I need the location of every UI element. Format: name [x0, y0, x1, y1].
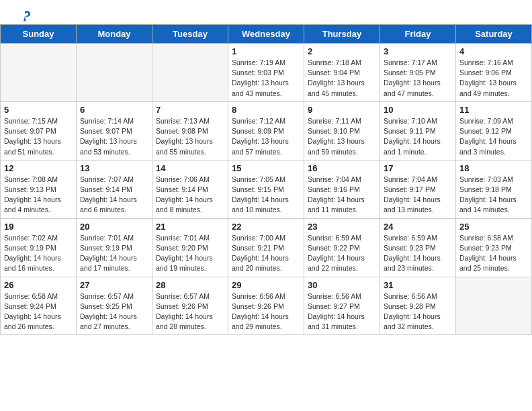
day-number: 8: [232, 105, 300, 115]
day-number: 23: [308, 222, 376, 232]
day-info: Sunrise: 7:00 AM Sunset: 9:21 PM Dayligh…: [232, 233, 300, 274]
day-info: Sunrise: 6:58 AM Sunset: 9:24 PM Dayligh…: [4, 291, 73, 332]
calendar-week-5: 26Sunrise: 6:58 AM Sunset: 9:24 PM Dayli…: [1, 277, 532, 335]
calendar-cell: 31Sunrise: 6:56 AM Sunset: 9:28 PM Dayli…: [380, 277, 456, 335]
calendar-cell: [77, 44, 152, 102]
day-number: 28: [156, 280, 224, 290]
day-info: Sunrise: 6:58 AM Sunset: 9:23 PM Dayligh…: [459, 233, 528, 274]
calendar-cell: 23Sunrise: 6:59 AM Sunset: 9:22 PM Dayli…: [304, 218, 380, 277]
day-info: Sunrise: 7:04 AM Sunset: 9:16 PM Dayligh…: [308, 175, 376, 216]
day-info: Sunrise: 7:05 AM Sunset: 9:15 PM Dayligh…: [232, 175, 300, 216]
calendar-cell: 28Sunrise: 6:57 AM Sunset: 9:26 PM Dayli…: [152, 277, 228, 335]
calendar-cell: 18Sunrise: 7:03 AM Sunset: 9:18 PM Dayli…: [456, 160, 532, 218]
calendar-cell: 25Sunrise: 6:58 AM Sunset: 9:23 PM Dayli…: [456, 218, 532, 277]
day-info: Sunrise: 6:57 AM Sunset: 9:26 PM Dayligh…: [156, 291, 224, 332]
day-info: Sunrise: 7:08 AM Sunset: 9:13 PM Dayligh…: [4, 175, 73, 216]
calendar-cell: 1Sunrise: 7:19 AM Sunset: 9:03 PM Daylig…: [228, 44, 304, 102]
day-number: 6: [80, 105, 148, 115]
calendar-cell: 5Sunrise: 7:15 AM Sunset: 9:07 PM Daylig…: [1, 101, 77, 160]
calendar-week-3: 12Sunrise: 7:08 AM Sunset: 9:13 PM Dayli…: [1, 160, 532, 218]
logo-bird-icon: [17, 9, 32, 24]
calendar-cell: 14Sunrise: 7:06 AM Sunset: 9:14 PM Dayli…: [152, 160, 228, 218]
calendar-week-2: 5Sunrise: 7:15 AM Sunset: 9:07 PM Daylig…: [1, 101, 532, 160]
calendar-week-4: 19Sunrise: 7:02 AM Sunset: 9:19 PM Dayli…: [1, 218, 532, 277]
day-number: 9: [308, 105, 376, 115]
day-number: 7: [156, 105, 224, 115]
calendar-cell: 26Sunrise: 6:58 AM Sunset: 9:24 PM Dayli…: [1, 277, 77, 335]
day-info: Sunrise: 7:02 AM Sunset: 9:19 PM Dayligh…: [4, 233, 73, 274]
weekday-header-tuesday: Tuesday: [152, 25, 228, 44]
weekday-header-thursday: Thursday: [304, 25, 380, 44]
day-number: 5: [4, 105, 73, 115]
day-number: 21: [156, 222, 224, 232]
day-number: 14: [156, 163, 224, 173]
day-number: 30: [308, 280, 376, 290]
day-info: Sunrise: 7:16 AM Sunset: 9:06 PM Dayligh…: [459, 58, 528, 99]
weekday-header-sunday: Sunday: [1, 25, 77, 44]
calendar-cell: 12Sunrise: 7:08 AM Sunset: 9:13 PM Dayli…: [1, 160, 77, 218]
page-header: [0, 0, 532, 24]
calendar-cell: [152, 44, 228, 102]
day-info: Sunrise: 6:57 AM Sunset: 9:25 PM Dayligh…: [80, 291, 148, 332]
calendar-cell: 30Sunrise: 6:56 AM Sunset: 9:27 PM Dayli…: [304, 277, 380, 335]
calendar-cell: 20Sunrise: 7:01 AM Sunset: 9:19 PM Dayli…: [77, 218, 152, 277]
day-number: 15: [232, 163, 300, 173]
day-info: Sunrise: 7:18 AM Sunset: 9:04 PM Dayligh…: [308, 58, 376, 99]
day-number: 17: [384, 163, 452, 173]
day-number: 2: [308, 46, 376, 56]
weekday-header-saturday: Saturday: [456, 25, 532, 44]
day-info: Sunrise: 7:12 AM Sunset: 9:09 PM Dayligh…: [232, 116, 300, 157]
day-number: 18: [459, 163, 528, 173]
calendar-cell: 2Sunrise: 7:18 AM Sunset: 9:04 PM Daylig…: [304, 44, 380, 102]
calendar-cell: 7Sunrise: 7:13 AM Sunset: 9:08 PM Daylig…: [152, 101, 228, 160]
day-number: 13: [80, 163, 148, 173]
calendar-table: SundayMondayTuesdayWednesdayThursdayFrid…: [0, 24, 532, 335]
calendar-cell: 9Sunrise: 7:11 AM Sunset: 9:10 PM Daylig…: [304, 101, 380, 160]
day-info: Sunrise: 7:04 AM Sunset: 9:17 PM Dayligh…: [384, 175, 452, 216]
calendar-cell: 19Sunrise: 7:02 AM Sunset: 9:19 PM Dayli…: [1, 218, 77, 277]
calendar-cell: 15Sunrise: 7:05 AM Sunset: 9:15 PM Dayli…: [228, 160, 304, 218]
day-number: 19: [4, 222, 73, 232]
day-info: Sunrise: 6:56 AM Sunset: 9:28 PM Dayligh…: [384, 291, 452, 332]
weekday-header-monday: Monday: [77, 25, 152, 44]
day-info: Sunrise: 6:56 AM Sunset: 9:27 PM Dayligh…: [308, 291, 376, 332]
calendar-cell: 6Sunrise: 7:14 AM Sunset: 9:07 PM Daylig…: [77, 101, 152, 160]
day-number: 26: [4, 280, 73, 290]
calendar-cell: 3Sunrise: 7:17 AM Sunset: 9:05 PM Daylig…: [380, 44, 456, 102]
day-info: Sunrise: 7:17 AM Sunset: 9:05 PM Dayligh…: [384, 58, 452, 99]
day-number: 1: [232, 46, 300, 56]
day-info: Sunrise: 6:56 AM Sunset: 9:26 PM Dayligh…: [232, 291, 300, 332]
calendar-cell: 4Sunrise: 7:16 AM Sunset: 9:06 PM Daylig…: [456, 44, 532, 102]
day-number: 27: [80, 280, 148, 290]
calendar-cell: 8Sunrise: 7:12 AM Sunset: 9:09 PM Daylig…: [228, 101, 304, 160]
day-info: Sunrise: 7:06 AM Sunset: 9:14 PM Dayligh…: [156, 175, 224, 216]
day-info: Sunrise: 7:03 AM Sunset: 9:18 PM Dayligh…: [459, 175, 528, 216]
day-info: Sunrise: 7:19 AM Sunset: 9:03 PM Dayligh…: [232, 58, 300, 99]
day-info: Sunrise: 7:10 AM Sunset: 9:11 PM Dayligh…: [384, 116, 452, 157]
calendar-cell: 24Sunrise: 6:59 AM Sunset: 9:23 PM Dayli…: [380, 218, 456, 277]
calendar-cell: 11Sunrise: 7:09 AM Sunset: 9:12 PM Dayli…: [456, 101, 532, 160]
calendar-cell: 21Sunrise: 7:01 AM Sunset: 9:20 PM Dayli…: [152, 218, 228, 277]
calendar-cell: 29Sunrise: 6:56 AM Sunset: 9:26 PM Dayli…: [228, 277, 304, 335]
day-info: Sunrise: 7:01 AM Sunset: 9:19 PM Dayligh…: [80, 233, 148, 274]
day-number: 16: [308, 163, 376, 173]
day-number: 20: [80, 222, 148, 232]
day-info: Sunrise: 7:14 AM Sunset: 9:07 PM Dayligh…: [80, 116, 148, 157]
day-info: Sunrise: 7:07 AM Sunset: 9:14 PM Dayligh…: [80, 175, 148, 216]
weekday-header-wednesday: Wednesday: [228, 25, 304, 44]
weekday-header-friday: Friday: [380, 25, 456, 44]
day-number: 12: [4, 163, 73, 173]
day-number: 29: [232, 280, 300, 290]
calendar-cell: 27Sunrise: 6:57 AM Sunset: 9:25 PM Dayli…: [77, 277, 152, 335]
day-info: Sunrise: 7:09 AM Sunset: 9:12 PM Dayligh…: [459, 116, 528, 157]
calendar-cell: 17Sunrise: 7:04 AM Sunset: 9:17 PM Dayli…: [380, 160, 456, 218]
calendar-cell: [1, 44, 77, 102]
day-number: 25: [459, 222, 528, 232]
day-number: 11: [459, 105, 528, 115]
calendar-cell: 22Sunrise: 7:00 AM Sunset: 9:21 PM Dayli…: [228, 218, 304, 277]
calendar-cell: [456, 277, 532, 335]
calendar-cell: 10Sunrise: 7:10 AM Sunset: 9:11 PM Dayli…: [380, 101, 456, 160]
day-number: 24: [384, 222, 452, 232]
day-info: Sunrise: 6:59 AM Sunset: 9:23 PM Dayligh…: [384, 233, 452, 274]
day-number: 3: [384, 46, 452, 56]
